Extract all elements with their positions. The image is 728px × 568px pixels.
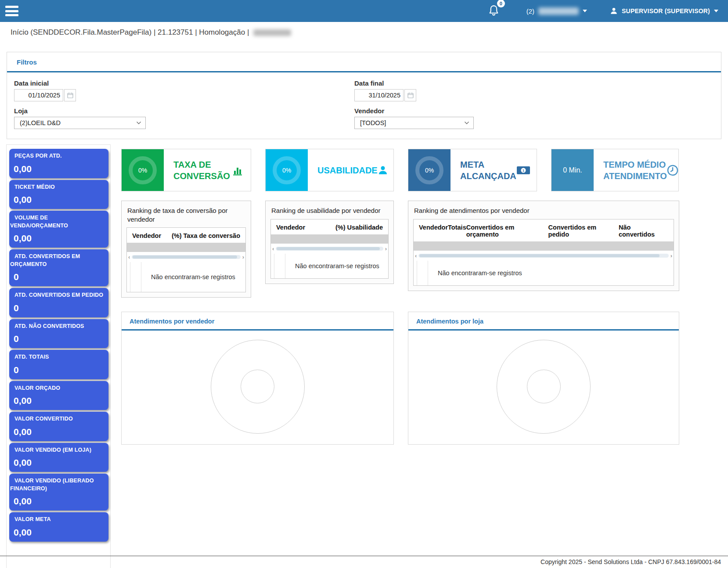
field-data-inicial: Data inicial — [14, 79, 354, 101]
kpi-value: 0 — [9, 272, 105, 282]
notifications-button[interactable]: 0 — [488, 4, 499, 18]
kpi-value: 0,00 — [9, 527, 105, 538]
progress-ring: 0% — [129, 156, 157, 184]
ranking-title: Ranking de atendimentos por vendedor — [414, 206, 673, 215]
empty-first-column — [130, 262, 141, 292]
kpi-card-ticket-medio: TICKET MÉDIO 0,00 — [9, 180, 108, 209]
store-selector-dropdown[interactable]: (2) — [526, 7, 587, 15]
donut-inner-ring — [527, 370, 561, 403]
kpi-value: 0,00 — [9, 395, 105, 406]
progress-ring: 0% — [273, 156, 301, 184]
scroll-left-icon[interactable]: ‹ — [128, 254, 130, 260]
kpi-card-atd-nao-convertidos: ATD. NÃO CONVERTIDOS 0 — [9, 319, 108, 349]
scroll-right-icon[interactable]: › — [385, 245, 387, 252]
loja-select[interactable]: (2)LOEIL D&D — [14, 117, 146, 129]
horizontal-scrollbar[interactable]: ‹ › — [127, 252, 245, 262]
field-data-final: Data final — [354, 79, 714, 101]
bar-chart-icon — [232, 149, 251, 191]
horizontal-scrollbar[interactable]: ‹ › — [271, 244, 388, 254]
kpi-label: PEÇAS POR ATD. — [9, 152, 105, 160]
kpi-value: 0,00 — [9, 457, 105, 468]
donut-chart — [408, 331, 679, 442]
kpi-value: 0,00 — [9, 164, 105, 174]
redacted-store-name — [538, 7, 579, 15]
chevron-down-icon — [136, 121, 141, 125]
scrollbar-thumb[interactable] — [277, 247, 380, 250]
field-loja: Loja (2)LOEIL D&D — [14, 107, 354, 129]
loja-label: Loja — [14, 107, 354, 115]
horizontal-scrollbar[interactable]: ‹ › — [414, 251, 674, 261]
scrollbar-track[interactable] — [418, 254, 668, 258]
empty-message-area: Não encontraram-se registros — [271, 254, 388, 278]
vendedor-select[interactable]: [TODOS] — [354, 117, 474, 129]
filters-divider — [7, 71, 721, 72]
column-header-taxa-conversao: (%) Taxa de conversão — [172, 232, 240, 239]
ranking-taxa-conversao-box: Ranking de taxa de conversão por vendedo… — [121, 201, 251, 298]
donut-outer-ring — [211, 340, 305, 434]
kpi-label: VALOR CONVERTIDO — [9, 415, 105, 423]
column-header-vendedor: Vendedor — [132, 232, 161, 239]
no-records-message: Não encontraram-se registros — [141, 273, 235, 280]
empty-table-row — [271, 234, 388, 244]
store-prefix: (2) — [526, 7, 534, 15]
calendar-icon — [407, 92, 414, 98]
stat-title: TEMPO MÉDIO ATENDIMENTO — [594, 149, 667, 191]
donut-outer-ring — [497, 340, 591, 434]
data-final-calendar-button[interactable] — [404, 89, 416, 101]
kpi-card-atd-convertidos-orcamento: ATD. CONVERTIDOS EM ORÇAMENTO 0 — [9, 249, 108, 286]
user-icon — [378, 149, 396, 191]
scrollbar-track[interactable] — [276, 247, 383, 251]
copyright-text: Copyright 2025 - Send Solutions Ltda - C… — [541, 558, 721, 565]
column-header-vendedor: Vendedor — [276, 224, 305, 231]
ranking-usabilidade-box: Ranking de usabilidade por vendedor Vend… — [265, 201, 394, 284]
kpi-card-pecas-por-atd: PEÇAS POR ATD. 0,00 — [9, 149, 108, 178]
empty-message-area: Não encontraram-se registros — [127, 262, 245, 292]
stat-title: TAXA DE CONVERSÃO — [164, 149, 232, 191]
scroll-left-icon[interactable]: ‹ — [415, 252, 417, 259]
ranking-row: Ranking de taxa de conversão por vendedo… — [121, 201, 680, 298]
scroll-left-icon[interactable]: ‹ — [272, 245, 274, 252]
data-inicial-input[interactable] — [14, 89, 63, 101]
ranking-table: Vendedor Totais Convertidos em orçamento… — [413, 219, 674, 286]
data-inicial-label: Data inicial — [14, 79, 354, 87]
scroll-right-icon[interactable]: › — [670, 252, 672, 259]
data-inicial-calendar-button[interactable] — [64, 89, 76, 101]
kpi-value: 0 — [9, 334, 105, 344]
ranking-table: Vendedor (%) Usabilidade ‹ › Não encontr… — [270, 219, 389, 279]
kpi-value: 0 — [9, 365, 105, 375]
kpi-card-valor-convertido: VALOR CONVERTIDO 0,00 — [9, 412, 108, 441]
scroll-right-icon[interactable]: › — [242, 254, 244, 260]
notification-count-badge: 0 — [497, 0, 505, 7]
ranking-title: Ranking de taxa de conversão por vendedo… — [127, 206, 245, 223]
svg-text:1: 1 — [523, 169, 525, 173]
scrollbar-thumb[interactable] — [133, 255, 237, 259]
kpi-label: ATD. TOTAIS — [9, 353, 105, 361]
kpi-label: ATD. NÃO CONVERTIDOS — [9, 323, 105, 331]
kpi-label: VALOR VENDIDO (EM LOJA) — [9, 446, 105, 454]
kpi-label: TICKET MÉDIO — [9, 183, 105, 191]
kpi-card-volume-venda-orcamento: VOLUME DE VENDA/ORÇAMENTO 0,00 — [9, 211, 108, 248]
kpi-sidebar: PEÇAS POR ATD. 0,00 TICKET MÉDIO 0,00 VO… — [6, 144, 111, 568]
vendedor-label: Vendedor — [354, 107, 714, 115]
footer: Copyright 2025 - Send Solutions Ltda - C… — [0, 556, 728, 565]
stat-value: 0% — [138, 167, 147, 174]
menu-hamburger-icon[interactable] — [5, 6, 18, 16]
data-final-input[interactable] — [354, 89, 404, 101]
chevron-down-icon — [714, 10, 718, 12]
kpi-label: VALOR VENDIDO (LIBERADO FINANCEIRO) — [9, 477, 105, 493]
user-menu-dropdown[interactable]: SUPERVISOR (SUPERVISOR) — [610, 7, 718, 15]
kpi-card-valor-vendido-liberado: VALOR VENDIDO (LIBERADO FINANCEIRO) 0,00 — [9, 474, 108, 510]
scrollbar-thumb[interactable] — [419, 254, 660, 257]
kpi-value: 0,00 — [9, 194, 105, 205]
column-header-totais: Totais — [448, 224, 466, 238]
kpi-value: 0 — [9, 303, 105, 313]
empty-first-column — [417, 261, 428, 285]
no-records-message: Não encontraram-se registros — [285, 262, 379, 270]
stat-card-meta-alcancada: 0% META ALCANÇADA 1 — [408, 149, 537, 191]
empty-message-area: Não encontraram-se registros — [414, 261, 674, 285]
stat-value: 0 Min. — [563, 166, 582, 174]
stat-square: 0 Min. — [551, 149, 594, 191]
scrollbar-track[interactable] — [132, 255, 240, 259]
kpi-card-atd-totais: ATD. TOTAIS 0 — [9, 350, 108, 379]
kpi-value: 0,00 — [9, 427, 105, 437]
